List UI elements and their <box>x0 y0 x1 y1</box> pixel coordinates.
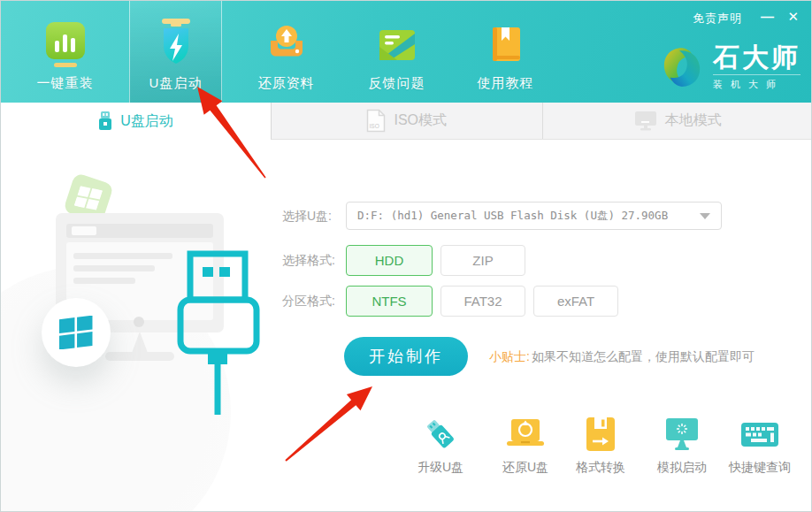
svg-text:ISO: ISO <box>370 123 379 129</box>
laptop-restore-icon <box>505 415 546 454</box>
usb-stick-icon <box>98 111 112 131</box>
book-icon <box>483 19 529 70</box>
utility-restore-usb[interactable]: 还原U盘 <box>486 415 565 476</box>
utility-hotkey-lookup[interactable]: 快捷键查询 <box>720 415 800 476</box>
monitor-base <box>105 352 174 361</box>
utility-label: 升级U盘 <box>417 460 463 476</box>
nav-item-restore-data[interactable]: 还原资料 <box>240 1 333 103</box>
tip-text: 小贴士:如果不知道怎么配置，使用默认配置即可 <box>489 337 755 376</box>
app-window: 一键重装 U盘启动 <box>0 0 812 512</box>
usb-plug-icon <box>174 250 263 418</box>
utility-label: 还原U盘 <box>502 460 548 476</box>
utility-simulate-boot[interactable]: 模拟启动 <box>642 415 722 476</box>
minimize-button[interactable]: — <box>761 8 774 26</box>
usb-select-label: 选择U盘: <box>282 202 348 230</box>
utility-upgrade-usb[interactable]: 升级U盘 <box>401 415 480 476</box>
floppy-convert-icon <box>585 415 617 454</box>
logo-swirl-icon <box>660 44 704 90</box>
nav-item-reinstall[interactable]: 一键重装 <box>19 1 111 103</box>
tab-iso-mode[interactable]: ISO ISO模式 <box>272 103 543 139</box>
arrow-to-start-button <box>285 386 372 462</box>
partition-label: 分区格式: <box>282 286 348 317</box>
usb-select-value: D:F: (hd1) General USB Flash Disk (U盘) 2… <box>357 209 700 224</box>
format-option-zip[interactable]: ZIP <box>440 245 525 276</box>
header: 一键重装 U盘启动 <box>1 1 812 103</box>
utility-label: 格式转换 <box>576 460 625 476</box>
format-option-hdd[interactable]: HDD <box>346 245 433 276</box>
start-button[interactable]: 开始制作 <box>344 337 468 376</box>
tab-strip: ISO ISO模式 本地模式 <box>271 103 812 140</box>
nav-label: 一键重装 <box>37 75 94 92</box>
tab-label: U盘启动 <box>120 112 173 131</box>
monitor-boot-icon <box>663 415 701 454</box>
nav-label: 反馈问题 <box>369 75 425 92</box>
monitor-icon <box>634 111 657 131</box>
nav-item-usb-boot[interactable]: U盘启动 <box>129 1 222 103</box>
shield-bolt-icon <box>153 19 199 70</box>
tab-usb-boot[interactable]: U盘启动 <box>1 103 271 140</box>
usb-drive-icon <box>422 415 459 454</box>
utility-format-convert[interactable]: 格式转换 <box>561 415 640 476</box>
partition-option-fat32[interactable]: FAT32 <box>440 286 525 317</box>
partition-option-exfat[interactable]: exFAT <box>533 286 618 317</box>
iso-file-icon: ISO <box>366 109 386 133</box>
tab-label: ISO模式 <box>394 111 447 130</box>
brand-logo: 石大师 装机大师 <box>660 43 801 91</box>
logo-subtitle: 装机大师 <box>713 74 801 91</box>
tip-prefix: 小贴士: <box>489 349 530 363</box>
monitor-stand <box>132 332 148 353</box>
disclaimer-link[interactable]: 免责声明 <box>693 11 742 27</box>
usb-select[interactable]: D:F: (hd1) General USB Flash Disk (U盘) 2… <box>346 202 722 230</box>
utility-label: 快捷键查询 <box>729 460 791 476</box>
nav-label: 还原资料 <box>258 75 315 92</box>
tab-label: 本地模式 <box>665 111 722 130</box>
format-label: 选择格式: <box>282 245 348 276</box>
nav-label: 使用教程 <box>478 75 534 92</box>
nav-item-tutorial[interactable]: 使用教程 <box>459 1 552 103</box>
windows-flag-icon <box>59 316 93 349</box>
close-button[interactable]: ✕ <box>787 8 799 26</box>
nav-label: U盘启动 <box>149 75 203 92</box>
nav-item-feedback[interactable]: 反馈问题 <box>350 1 443 103</box>
utility-label: 模拟启动 <box>657 460 707 476</box>
partition-option-ntfs[interactable]: NTFS <box>346 286 433 317</box>
windows-logo-badge <box>42 298 111 367</box>
keyboard-icon <box>739 415 780 454</box>
restore-tray-icon <box>264 19 310 70</box>
chevron-down-icon <box>700 213 710 219</box>
chart-icon <box>42 19 88 70</box>
tip-body: 如果不知道怎么配置，使用默认配置即可 <box>532 349 755 363</box>
envelope-icon <box>374 19 420 70</box>
logo-title: 石大师 <box>713 43 801 72</box>
tab-local-mode[interactable]: 本地模式 <box>543 103 812 139</box>
